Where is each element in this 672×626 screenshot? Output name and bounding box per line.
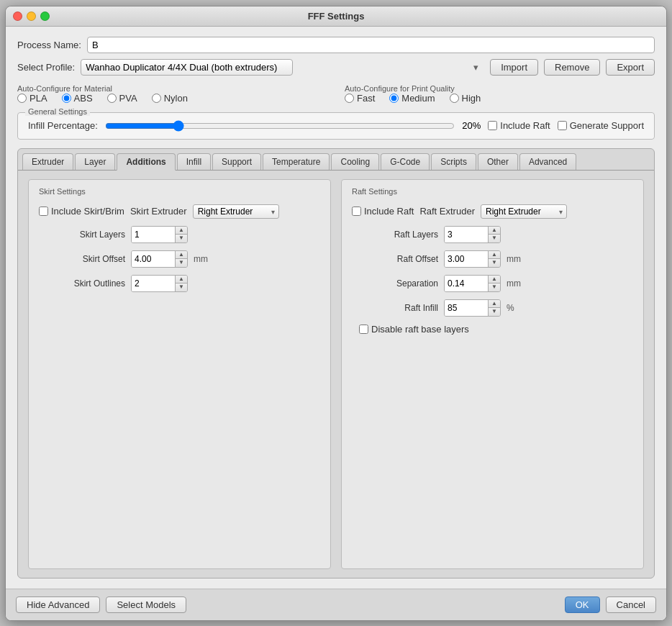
skirt-panel: Skirt Settings Include Skirt/Brim Skirt … (28, 179, 331, 569)
skirt-offset-input[interactable] (132, 251, 175, 267)
import-button[interactable]: Import (490, 59, 538, 76)
raft-separation-input[interactable] (445, 276, 488, 291)
material-pla-radio[interactable] (17, 94, 27, 103)
tab-layer[interactable]: Layer (75, 153, 115, 170)
skirt-offset-unit: mm (194, 254, 208, 264)
export-button[interactable]: Export (606, 59, 655, 76)
tabs-bar: Extruder Layer Additions Infill Support … (18, 149, 654, 171)
select-profile-label: Select Profile: (17, 62, 75, 73)
material-radio-group: PLA ABS PVA Nylon (17, 93, 327, 104)
tab-extruder[interactable]: Extruder (22, 153, 73, 170)
raft-separation-up[interactable]: ▲ (489, 276, 500, 283)
quality-fast-radio[interactable] (345, 94, 354, 103)
main-content: Process Name: Select Profile: Wanhao Dup… (6, 27, 666, 589)
raft-infill-row: Raft Infill ▲ ▼ % (352, 299, 633, 317)
raft-separation-label: Separation (359, 278, 438, 289)
raft-layers-input[interactable] (445, 227, 488, 242)
raft-offset-down[interactable]: ▼ (489, 259, 500, 267)
quality-medium-radio[interactable] (389, 94, 399, 103)
skirt-extruder-select[interactable]: Right Extruder Left Extruder (193, 204, 279, 219)
skirt-layers-down[interactable]: ▼ (176, 235, 187, 242)
quality-high[interactable]: High (450, 93, 481, 104)
material-abs-label: ABS (74, 93, 93, 104)
tab-temperature[interactable]: Temperature (263, 153, 330, 170)
raft-offset-label: Raft Offset (359, 254, 438, 264)
material-abs-radio[interactable] (62, 94, 71, 103)
skirt-offset-up[interactable]: ▲ (176, 251, 187, 259)
quality-medium-label: Medium (401, 93, 435, 104)
process-name-row: Process Name: (17, 37, 655, 53)
quality-high-radio[interactable] (450, 94, 459, 103)
raft-layers-input-wrapper: ▲ ▼ (444, 226, 501, 243)
skirt-offset-down[interactable]: ▼ (176, 259, 187, 267)
material-nylon[interactable]: Nylon (152, 93, 188, 104)
skirt-outlines-input[interactable] (132, 276, 175, 291)
raft-offset-input[interactable] (445, 251, 488, 267)
skirt-layers-input[interactable] (132, 227, 175, 242)
material-abs[interactable]: ABS (62, 93, 93, 104)
quality-high-label: High (462, 93, 481, 104)
generate-support-checkbox-label[interactable]: Generate Support (558, 120, 644, 131)
tab-infill[interactable]: Infill (177, 153, 211, 170)
remove-button[interactable]: Remove (544, 59, 600, 76)
tabs-container: Extruder Layer Additions Infill Support … (17, 148, 655, 579)
tab-advanced[interactable]: Advanced (519, 153, 576, 170)
raft-disable-row: Disable raft base layers (352, 324, 633, 335)
include-raft-checkbox[interactable] (488, 121, 497, 130)
skirt-layers-up[interactable]: ▲ (176, 227, 187, 235)
quality-fast[interactable]: Fast (345, 93, 375, 104)
tab-other[interactable]: Other (478, 153, 518, 170)
bottom-left-buttons: Hide Advanced Select Models (16, 596, 186, 613)
cancel-button[interactable]: Cancel (606, 596, 656, 613)
material-pva-radio[interactable] (107, 94, 117, 103)
process-name-input[interactable] (87, 37, 655, 53)
include-raft-checkbox-label[interactable]: Include Raft (488, 120, 550, 131)
disable-raft-checkbox[interactable] (359, 325, 368, 334)
skirt-layers-spinners: ▲ ▼ (175, 227, 187, 242)
raft-infill-down[interactable]: ▼ (489, 308, 500, 316)
select-models-button[interactable]: Select Models (106, 596, 186, 613)
infill-slider[interactable] (105, 120, 455, 132)
raft-panel-title: Raft Settings (352, 187, 633, 196)
tab-gcode[interactable]: G-Code (381, 153, 430, 170)
material-nylon-radio[interactable] (152, 94, 161, 103)
raft-infill-spinners: ▲ ▼ (488, 300, 500, 316)
include-raft-checkbox-panel[interactable] (352, 207, 361, 216)
include-skirt-checkbox[interactable] (39, 207, 48, 216)
tab-cooling[interactable]: Cooling (331, 153, 379, 170)
raft-offset-unit: mm (507, 254, 521, 264)
generate-support-checkbox[interactable] (558, 121, 567, 130)
skirt-outlines-up[interactable]: ▲ (176, 276, 187, 283)
material-section: Auto-Configure for Material PLA ABS PVA (17, 81, 327, 104)
include-raft-label-cb[interactable]: Include Raft (352, 206, 414, 217)
infill-label: Infill Percentage: (28, 120, 98, 131)
material-pla[interactable]: PLA (17, 93, 47, 104)
raft-layers-up[interactable]: ▲ (489, 227, 500, 235)
raft-infill-input-wrapper: ▲ ▼ (444, 299, 501, 317)
tab-additions[interactable]: Additions (117, 153, 175, 171)
profile-select[interactable]: Wanhao Duplicator 4/4X Dual (both extrud… (81, 59, 293, 76)
raft-layers-down[interactable]: ▼ (489, 235, 500, 242)
quality-section: Auto-Configure for Print Quality Fast Me… (345, 81, 655, 104)
skirt-layers-label: Skirt Layers (46, 230, 125, 240)
tab-scripts[interactable]: Scripts (431, 153, 476, 170)
raft-infill-up[interactable]: ▲ (489, 300, 500, 308)
disable-raft-label[interactable]: Disable raft base layers (359, 324, 469, 335)
ok-button[interactable]: OK (565, 596, 600, 613)
include-skirt-label[interactable]: Include Skirt/Brim (39, 206, 124, 217)
hide-advanced-button[interactable]: Hide Advanced (16, 596, 100, 613)
minimize-button[interactable] (27, 12, 36, 21)
skirt-outlines-down[interactable]: ▼ (176, 283, 187, 291)
raft-separation-input-wrapper: ▲ ▼ (444, 275, 501, 292)
close-button[interactable] (13, 12, 22, 21)
raft-infill-input[interactable] (445, 300, 488, 316)
material-pla-label: PLA (29, 93, 47, 104)
skirt-outlines-spinners: ▲ ▼ (175, 276, 187, 291)
raft-offset-up[interactable]: ▲ (489, 251, 500, 259)
material-pva[interactable]: PVA (107, 93, 137, 104)
maximize-button[interactable] (40, 12, 50, 21)
tab-support[interactable]: Support (212, 153, 261, 170)
raft-separation-down[interactable]: ▼ (489, 283, 500, 291)
raft-extruder-select[interactable]: Right Extruder Left Extruder (481, 204, 567, 219)
quality-medium[interactable]: Medium (389, 93, 435, 104)
